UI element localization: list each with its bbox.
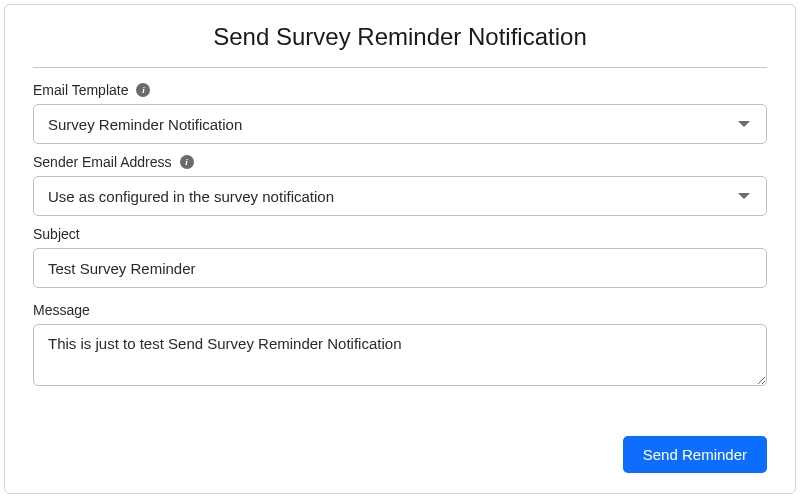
label-row: Message <box>33 302 767 318</box>
label-row: Subject <box>33 226 767 242</box>
subject-input[interactable] <box>33 248 767 288</box>
send-reminder-button[interactable]: Send Reminder <box>623 436 767 473</box>
field-subject: Subject <box>33 226 767 288</box>
field-message: Message <box>33 302 767 390</box>
chevron-down-icon <box>738 193 750 199</box>
dialog-title: Send Survey Reminder Notification <box>33 23 767 51</box>
sender-email-select[interactable]: Use as configured in the survey notifica… <box>33 176 767 216</box>
email-template-value: Survey Reminder Notification <box>48 116 738 133</box>
message-label: Message <box>33 302 90 318</box>
info-icon[interactable]: i <box>180 155 194 169</box>
label-row: Email Template i <box>33 82 767 98</box>
sender-email-value: Use as configured in the survey notifica… <box>48 188 738 205</box>
sender-email-label: Sender Email Address <box>33 154 172 170</box>
field-sender-email: Sender Email Address i Use as configured… <box>33 154 767 216</box>
subject-label: Subject <box>33 226 80 242</box>
email-template-select[interactable]: Survey Reminder Notification <box>33 104 767 144</box>
chevron-down-icon <box>738 121 750 127</box>
label-row: Sender Email Address i <box>33 154 767 170</box>
message-textarea[interactable] <box>33 324 767 386</box>
info-icon[interactable]: i <box>136 83 150 97</box>
divider <box>33 67 767 68</box>
send-reminder-dialog: Send Survey Reminder Notification Email … <box>4 4 796 494</box>
field-email-template: Email Template i Survey Reminder Notific… <box>33 82 767 144</box>
email-template-label: Email Template <box>33 82 128 98</box>
button-row: Send Reminder <box>623 436 767 473</box>
